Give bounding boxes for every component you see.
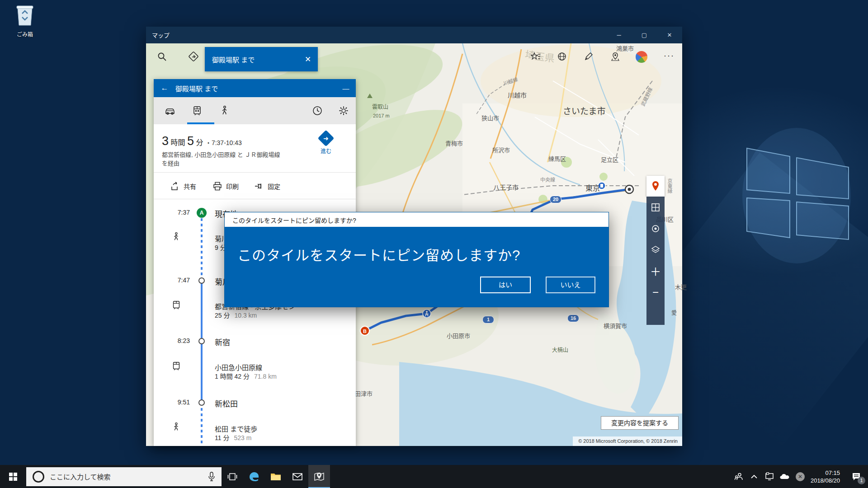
stop-marker	[198, 277, 205, 284]
settings-gear-icon[interactable]	[334, 101, 354, 121]
route-start-marker	[625, 185, 633, 193]
suggest-changes-button[interactable]: 変更内容を提案する	[601, 416, 679, 430]
share-button[interactable]: 共有	[170, 173, 196, 200]
stop-marker	[198, 399, 205, 406]
globe-icon[interactable]	[554, 49, 570, 64]
dialog-message: このタイルをスタートにピン留めしますか?	[237, 244, 520, 264]
route-via: 都営新宿線, 小田急小田原線 と ＪＲ御殿場線 を経由	[162, 150, 311, 168]
hidden-icons-chevron[interactable]	[746, 465, 762, 488]
itinerary-stop-time: 9:51	[158, 399, 190, 406]
clock-date: 2018/08/20	[811, 477, 840, 484]
road-shield: 20	[550, 196, 561, 203]
windows-logo-icon	[9, 473, 17, 481]
map-layers-icon[interactable]	[646, 239, 665, 260]
dialog-no-button[interactable]: いいえ	[546, 277, 595, 293]
taskbar-clock[interactable]: 07:15 2018/08/20	[808, 469, 844, 484]
network-display-icon[interactable]	[762, 465, 777, 488]
cortana-icon	[33, 471, 44, 483]
pin-button[interactable]: 固定	[254, 173, 280, 200]
go-button[interactable]: ➜ 進む	[313, 132, 339, 155]
road-shield: 1	[482, 316, 494, 324]
taskbar-search-placeholder: ここに入力して検索	[50, 472, 208, 481]
search-input[interactable]: 御殿場駅 まで ✕	[205, 47, 318, 71]
sync-status-icon[interactable]: ✕	[793, 465, 808, 488]
itinerary-leg-detail: 1 時間 42 分71.8 km	[215, 371, 277, 380]
taskbar-maps-icon-active[interactable]	[308, 465, 330, 488]
recycle-bin[interactable]: ごみ箱	[7, 4, 42, 38]
taskbar-mail-icon[interactable]	[287, 465, 308, 488]
itinerary-stop-time: 7:37	[158, 209, 190, 216]
itinerary-stop-time: 7:47	[158, 277, 190, 284]
action-center-button[interactable]: 1	[844, 465, 868, 488]
window-title: マップ	[146, 31, 170, 39]
map-copyright: © 2018 Microsoft Corporation, © 2018 Zen…	[573, 436, 682, 446]
start-button[interactable]	[0, 465, 26, 488]
maximize-button[interactable]: ▢	[632, 27, 657, 43]
route-duration: 3 時間 5 分 ・7:37-10:43	[162, 134, 242, 148]
zoom-out-button[interactable]: −	[646, 282, 665, 303]
print-icon	[212, 181, 222, 191]
road-shield: 16	[567, 314, 579, 322]
zoom-in-button[interactable]: ＋	[646, 260, 665, 282]
directions-panel-header: ← 御殿場駅 まで —	[154, 79, 356, 97]
windows-logo-wallpaper	[742, 121, 855, 272]
pushpin-icon	[254, 181, 264, 191]
route-b-marker: B	[360, 326, 369, 335]
system-tray: ✕ 07:15 2018/08/20 1	[731, 465, 868, 488]
go-diamond-icon: ➜	[318, 130, 335, 147]
recycle-bin-label: ごみ箱	[7, 30, 42, 38]
my-location-icon[interactable]	[646, 218, 665, 239]
pin-to-start-dialog: このタイルをスタートにピン留めしますか? このタイルをスタートにピン留めしますか…	[224, 212, 609, 307]
task-view-button[interactable]	[222, 465, 243, 488]
close-button[interactable]: ✕	[657, 27, 682, 43]
svg-text:B: B	[363, 328, 367, 334]
dialog-yes-button[interactable]: はい	[480, 277, 531, 293]
people-icon[interactable]	[731, 465, 746, 488]
pin-map-icon[interactable]	[608, 49, 623, 64]
onedrive-cloud-icon[interactable]	[777, 465, 793, 488]
itinerary-leg-name[interactable]: 小田急小田原線	[215, 362, 262, 372]
recycle-bin-icon	[15, 4, 35, 27]
taskbar-search-input[interactable]: ここに入力して検索	[26, 467, 222, 486]
train-icon	[171, 300, 182, 312]
clear-search-icon[interactable]: ✕	[298, 55, 318, 64]
itinerary-timeline	[201, 213, 203, 281]
microphone-icon[interactable]	[208, 472, 215, 482]
itinerary-stop-name[interactable]: 新松田	[215, 398, 238, 409]
minimize-button[interactable]: ─	[606, 27, 632, 43]
see-more-icon[interactable]: ···	[661, 48, 677, 63]
print-button[interactable]: 印刷	[212, 173, 239, 200]
route-options-clock-icon[interactable]	[307, 101, 327, 121]
route-actions: 共有 印刷 固定	[154, 172, 356, 199]
walk-icon	[171, 422, 181, 434]
taskbar-file-explorer-icon[interactable]	[265, 465, 287, 488]
itinerary-leg-name[interactable]: 松田 まで徒歩	[215, 424, 257, 433]
dialog-title: このタイルをスタートにピン留めしますか?	[225, 212, 609, 225]
map-tools-strip: ＋ −	[646, 197, 665, 325]
directions-icon[interactable]	[186, 49, 201, 64]
map-views-icon[interactable]	[646, 197, 665, 218]
taskbar: ここに入力して検索 ✕ 07:15 2018/08/20	[0, 465, 868, 488]
stop-marker	[198, 338, 205, 344]
itinerary-stop-time: 8:23	[158, 337, 190, 344]
tab-transit[interactable]	[187, 101, 207, 121]
ink-pen-icon[interactable]	[581, 49, 596, 64]
tab-drive[interactable]	[160, 101, 180, 121]
search-value: 御殿場駅 まで	[205, 55, 298, 64]
favorites-star-icon[interactable]	[528, 49, 543, 64]
window-titlebar: マップ ─ ▢ ✕	[146, 27, 682, 43]
map-pin-tool[interactable]	[646, 176, 665, 197]
dialog-titlebar: このタイルをスタートにピン留めしますか?	[225, 212, 609, 227]
start-marker-a: A	[197, 208, 207, 218]
map-toolbar-row: 御殿場駅 まで ✕ ···	[146, 43, 682, 80]
back-button[interactable]: ←	[154, 84, 175, 93]
panel-minimize-button[interactable]: —	[336, 84, 356, 92]
route-time-range: ・7:37-10:43	[205, 139, 242, 146]
taskbar-edge-icon[interactable]	[243, 465, 265, 488]
itinerary-stop-name[interactable]: 新宿	[215, 336, 230, 347]
account-avatar[interactable]	[634, 49, 649, 65]
search-icon[interactable]	[154, 49, 170, 64]
tab-walk[interactable]	[214, 101, 234, 121]
directions-title: 御殿場駅 まで	[175, 84, 336, 93]
itinerary-leg-detail: 25 分10.3 km	[215, 310, 257, 319]
